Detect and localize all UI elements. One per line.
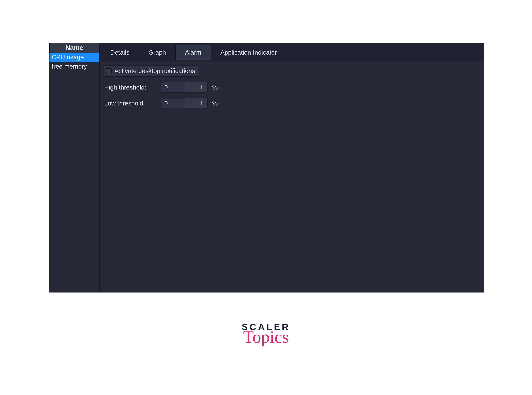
high-threshold-label: High threshold: [104, 84, 157, 91]
main-area: Details Graph Alarm Application Indicato… [99, 43, 484, 292]
sidebar-item-cpu-usage[interactable]: CPU usage [49, 53, 99, 62]
tab-graph[interactable]: Graph [139, 45, 175, 60]
sidebar-column-header-name[interactable]: Name [49, 43, 99, 53]
tab-bar: Details Graph Alarm Application Indicato… [99, 43, 484, 61]
high-threshold-row: High threshold: 0 % [104, 82, 479, 93]
sidebar-item-label: CPU usage [52, 54, 84, 60]
logo-line-topics: Topics [242, 328, 290, 346]
tab-label: Application Indicator [220, 49, 277, 56]
low-threshold-decrement-button[interactable] [185, 98, 196, 108]
tab-content-alarm: Activate desktop notifications High thre… [99, 61, 484, 119]
tab-label: Graph [148, 49, 166, 56]
tab-label: Alarm [185, 49, 201, 56]
sensor-sidebar: Name CPU usage free memory [49, 43, 99, 292]
tab-details[interactable]: Details [101, 45, 139, 60]
checkbox-box-icon [106, 68, 112, 74]
low-threshold-row: Low threshold: 0 % [104, 98, 479, 109]
minus-icon [188, 84, 193, 90]
preferences-window: Name CPU usage free memory Details Graph… [49, 43, 484, 292]
low-threshold-stepper: 0 [161, 98, 207, 109]
high-threshold-decrement-button[interactable] [185, 82, 196, 92]
high-threshold-value-input[interactable]: 0 [161, 82, 185, 92]
tab-label: Details [110, 49, 129, 56]
tab-alarm[interactable]: Alarm [175, 45, 211, 60]
high-threshold-stepper: 0 [161, 82, 207, 93]
low-threshold-value-input[interactable]: 0 [161, 98, 185, 108]
plus-icon [199, 84, 204, 90]
plus-icon [199, 100, 204, 106]
low-threshold-increment-button[interactable] [196, 98, 207, 108]
tab-application-indicator[interactable]: Application Indicator [211, 45, 286, 60]
minus-icon [188, 100, 193, 106]
sidebar-resize-handle[interactable] [98, 43, 100, 292]
sidebar-item-label: free memory [52, 63, 87, 70]
low-threshold-label: Low threshold: [104, 100, 157, 107]
high-threshold-unit: % [212, 84, 218, 91]
scaler-topics-logo: SCALER Topics [242, 322, 290, 346]
activate-desktop-notifications-checkbox[interactable]: Activate desktop notifications [104, 66, 199, 77]
low-threshold-unit: % [212, 100, 218, 107]
sidebar-item-free-memory[interactable]: free memory [49, 62, 99, 71]
checkbox-label: Activate desktop notifications [114, 67, 195, 75]
high-threshold-increment-button[interactable] [196, 82, 207, 92]
